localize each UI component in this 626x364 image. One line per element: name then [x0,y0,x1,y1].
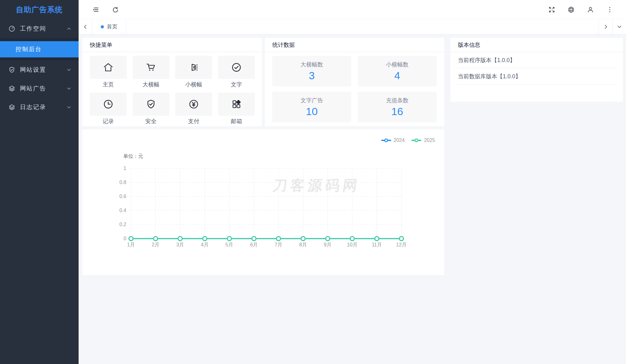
header-left [79,6,119,13]
tabbar-spacer [126,19,599,34]
stat-text-ad-count: 文字广告 10 [272,92,351,122]
version-info-card: 版本信息 当前程序版本【1.0.0】 当前数据库版本【1.0.0】 [450,38,623,102]
quick-item-small-banner: 小横幅 [175,56,212,88]
tab-label: 首页 [107,23,118,30]
svg-text:9月: 9月 [324,242,332,247]
quick-label: 文字 [231,81,242,88]
quick-item-security: 安全 [133,93,169,125]
card-title: 快捷菜单 [82,38,262,52]
stat-value: 10 [306,105,318,118]
quick-item-records: 记录 [90,93,127,125]
sidebar-item-site-settings[interactable]: 网站设置 [0,61,79,79]
svg-text:2月: 2月 [152,242,159,247]
version-item-database: 当前数据库版本【1.0.0】 [458,68,615,85]
tabs-scroll-right-button[interactable] [599,19,612,34]
svg-text:10月: 10月 [347,242,357,247]
check-circle-icon [231,62,242,73]
chevron-left-icon [82,24,89,30]
sidebar-item-site-ads[interactable]: 网站广告 [0,79,79,98]
globe-icon[interactable] [567,6,575,13]
stat-label: 文字广告 [301,97,323,104]
stat-value: 4 [394,70,400,82]
layers-icon [8,85,16,92]
quick-item-text: 文字 [218,56,255,88]
quick-item-big-banner: 大横幅 [133,56,169,88]
tabs-scroll-left-button[interactable] [79,19,92,34]
user-icon[interactable] [587,6,594,13]
quick-item-home: 主页 [90,56,127,88]
dashboard-icon [8,25,16,32]
sidebar: 自助广告系统 工作空间 控制后台 网站设置 网站广告 日志记录 [0,0,79,364]
quick-item-mailbox: 邮箱 [218,93,255,125]
quick-tile-records[interactable] [90,93,127,116]
svg-text:0.6: 0.6 [119,194,126,199]
tab-home[interactable]: 首页 [92,19,126,34]
svg-text:8月: 8月 [299,242,307,247]
card-title: 版本信息 [450,38,623,52]
quick-item-payment: 支付 [175,93,212,125]
svg-text:1月: 1月 [127,242,135,247]
sidebar-item-logs[interactable]: 日志记录 [0,98,79,117]
svg-text:5月: 5月 [226,242,233,247]
quick-tile-payment[interactable] [175,93,212,116]
grid-app-icon [231,99,242,110]
quick-menu-card: 快捷菜单 主页 大横幅 小横幅 [82,38,262,126]
quick-tile-small-banner[interactable] [175,56,212,79]
card-title: 统计数据 [265,38,444,52]
cart-icon [145,62,157,73]
refresh-icon[interactable] [112,6,119,13]
yen-circle-icon [188,99,199,110]
quick-label: 记录 [103,118,114,125]
svg-text:1: 1 [124,166,126,171]
chart-card: 2024 2025 单位：元 刀客源码网 00.20.40.60.811月2月3… [82,129,444,275]
svg-text:3月: 3月 [176,242,184,247]
tab-bar: 首页 [79,19,626,34]
sidebar-item-label: 工作空间 [20,25,66,33]
top-header [79,0,626,19]
sidebar-item-label: 网站广告 [20,85,66,93]
stat-label: 大横幅数 [301,61,323,68]
shield-check-icon [8,66,16,74]
quick-tile-security[interactable] [133,93,169,116]
stat-big-banner-count: 大横幅数 3 [272,56,351,86]
more-vertical-icon[interactable] [606,6,614,13]
chevron-down-icon [66,104,72,110]
shield-check-icon [145,99,157,110]
quick-tile-text[interactable] [218,56,255,79]
statistics-card: 统计数据 大横幅数 3 小横幅数 4 文字广告 10 充值条数 16 [265,38,444,126]
active-tab-dot [101,25,104,28]
banner-exit-icon [188,62,199,73]
home-icon [103,62,114,73]
svg-text:6月: 6月 [250,242,258,247]
menu-fold-icon[interactable] [92,6,99,13]
stat-label: 小横幅数 [386,61,409,68]
line-chart: 00.20.40.60.811月2月3月4月5月6月7月8月9月10月11月12… [82,129,444,275]
svg-text:0.8: 0.8 [119,180,126,185]
chevron-down-icon [616,24,623,30]
header-right [548,6,626,13]
layers-icon [8,104,16,111]
quick-label: 主页 [103,81,114,88]
quick-label: 安全 [145,118,157,125]
sidebar-item-label: 网站设置 [20,66,66,74]
tabs-menu-button[interactable] [612,19,626,34]
quick-tile-mailbox[interactable] [218,93,255,116]
sidebar-item-control-backend[interactable]: 控制后台 [0,41,79,57]
quick-label: 支付 [188,118,199,125]
sidebar-item-label: 日志记录 [20,103,66,111]
version-list: 当前程序版本【1.0.0】 当前数据库版本【1.0.0】 [450,52,623,85]
stats-grid: 大横幅数 3 小横幅数 4 文字广告 10 充值条数 16 [265,52,444,122]
quick-tile-big-banner[interactable] [133,56,169,79]
sidebar-item-workspace[interactable]: 工作空间 [0,19,79,38]
stat-recharge-count: 充值条数 16 [358,92,437,122]
stat-label: 充值条数 [386,97,409,104]
svg-text:12月: 12月 [396,242,407,247]
stat-value: 16 [391,105,403,118]
quick-tile-home[interactable] [90,56,127,79]
app-screen: 自助广告系统 工作空间 控制后台 网站设置 网站广告 日志记录 [0,0,626,364]
svg-text:4月: 4月 [201,242,209,247]
svg-text:7月: 7月 [274,242,282,247]
chevron-right-icon [603,24,609,30]
fullscreen-icon[interactable] [548,6,556,13]
quick-label: 小横幅 [185,81,202,88]
